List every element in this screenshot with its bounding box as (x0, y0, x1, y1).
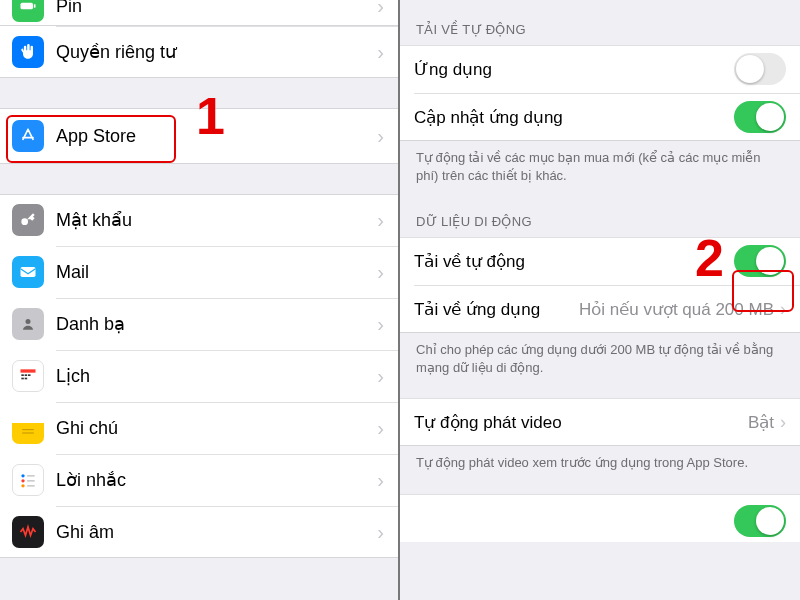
row-label: Tải về tự động (414, 251, 734, 272)
svg-rect-0 (21, 3, 34, 10)
row-updates[interactable]: Cập nhật ứng dụng (400, 93, 800, 141)
key-icon (12, 204, 44, 236)
svg-point-2 (21, 218, 28, 225)
settings-item-label: Mật khẩu (56, 209, 377, 231)
row-value: Bật (748, 412, 774, 433)
svg-rect-5 (21, 369, 36, 372)
svg-rect-1 (34, 4, 36, 7)
chevron-right-icon: › (377, 365, 384, 388)
settings-item-calendar[interactable]: Lịch › (0, 350, 398, 402)
settings-item-voicememos[interactable]: Ghi âm › (0, 506, 398, 558)
chevron-right-icon: › (377, 41, 384, 64)
settings-item-passwords[interactable]: Mật khẩu › (0, 194, 398, 246)
row-partial-bottom[interactable] (400, 494, 800, 542)
section-header-autodl: TẢI VỀ TỰ ĐỘNG (400, 6, 800, 45)
settings-item-label: App Store (56, 126, 377, 147)
settings-item-label: Lịch (56, 365, 377, 387)
section-footer-cellular: Chỉ cho phép các ứng dụng dưới 200 MB tự… (400, 333, 800, 388)
svg-point-14 (21, 479, 24, 482)
svg-point-13 (21, 474, 24, 477)
svg-point-4 (26, 319, 31, 324)
row-label: Tự động phát video (414, 412, 748, 433)
settings-item-label: Danh bạ (56, 313, 377, 335)
settings-item-notes[interactable]: Ghi chú › (0, 402, 398, 454)
settings-item-label: Ghi chú (56, 418, 377, 439)
switch-apps[interactable] (734, 53, 786, 85)
appstore-settings-pane: TẢI VỀ TỰ ĐỘNG Ứng dụng Cập nhật ứng dụn… (400, 0, 800, 600)
row-label: Cập nhật ứng dụng (414, 107, 734, 128)
svg-rect-8 (28, 374, 31, 376)
section-gap (0, 164, 398, 194)
row-label: Tải về ứng dụng (414, 299, 540, 320)
row-label: Ứng dụng (414, 59, 734, 80)
settings-item-contacts[interactable]: Danh bạ › (0, 298, 398, 350)
chevron-right-icon: › (780, 299, 786, 320)
settings-item-label: Quyền riêng tư (56, 41, 377, 63)
settings-item-label: Ghi âm (56, 522, 377, 543)
svg-point-15 (21, 484, 24, 487)
mail-icon (12, 256, 44, 288)
row-apps[interactable]: Ứng dụng (400, 45, 800, 93)
chevron-right-icon: › (377, 0, 384, 18)
settings-list-pane: Pin › Quyền riêng tư › App Store › Mật k… (0, 0, 400, 600)
row-value: Hỏi nếu vượt quá 200 MB (548, 299, 774, 320)
reminders-icon (12, 464, 44, 496)
hand-icon (12, 36, 44, 68)
svg-rect-6 (21, 374, 24, 376)
row-app-download[interactable]: Tải về ứng dụng Hỏi nếu vượt quá 200 MB … (400, 285, 800, 333)
chevron-right-icon: › (377, 469, 384, 492)
settings-item-privacy[interactable]: Quyền riêng tư › (0, 26, 398, 78)
section-footer-video: Tự động phát video xem trước ứng dụng tr… (400, 446, 800, 484)
chevron-right-icon: › (377, 125, 384, 148)
battery-icon (12, 0, 44, 22)
settings-item-reminders[interactable]: Lời nhắc › (0, 454, 398, 506)
svg-rect-9 (21, 378, 24, 380)
chevron-right-icon: › (377, 521, 384, 544)
row-video-autoplay[interactable]: Tự động phát video Bật › (400, 398, 800, 446)
notes-icon (12, 412, 44, 444)
chevron-right-icon: › (377, 209, 384, 232)
settings-item-pin[interactable]: Pin › (0, 0, 398, 26)
section-header-cellular: DỮ LIỆU DI ĐỘNG (400, 196, 800, 237)
chevron-right-icon: › (377, 261, 384, 284)
section-footer-autodl: Tự động tải về các mục bạn mua mới (kể c… (400, 141, 800, 196)
chevron-right-icon: › (377, 313, 384, 336)
section-gap (0, 78, 398, 108)
svg-rect-7 (25, 374, 28, 376)
settings-item-label: Pin (56, 0, 377, 17)
svg-rect-10 (25, 378, 28, 380)
chevron-right-icon: › (780, 412, 786, 433)
switch-updates[interactable] (734, 101, 786, 133)
settings-item-mail[interactable]: Mail › (0, 246, 398, 298)
contacts-icon (12, 308, 44, 340)
chevron-right-icon: › (377, 417, 384, 440)
switch-auto-download[interactable] (734, 245, 786, 277)
appstore-icon (12, 120, 44, 152)
settings-item-label: Mail (56, 262, 377, 283)
calendar-icon (12, 360, 44, 392)
settings-item-label: Lời nhắc (56, 469, 377, 491)
voicememos-icon (12, 516, 44, 548)
settings-item-appstore[interactable]: App Store › (0, 108, 398, 164)
svg-rect-3 (21, 267, 36, 277)
row-auto-download[interactable]: Tải về tự động (400, 237, 800, 285)
switch-partial[interactable] (734, 505, 786, 537)
